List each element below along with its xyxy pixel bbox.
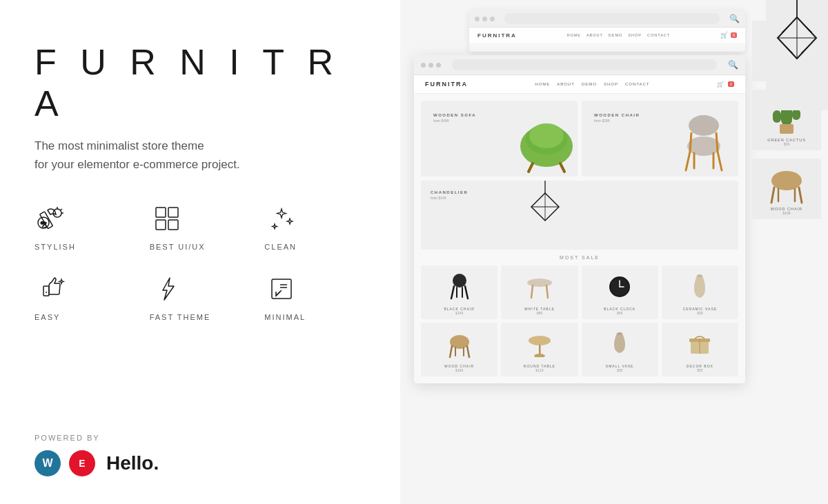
wood-chair-2-img [425, 327, 493, 361]
products-row-1: BLACK CHAIR $149 WHITE TABLE [421, 265, 738, 319]
nav-contact: CONTACT [625, 82, 650, 86]
svg-point-26 [687, 137, 720, 156]
wood-chair-2-price: $199 [425, 368, 493, 372]
svg-point-22 [529, 123, 564, 148]
product-small-vase: SMALL VASE $35 [582, 323, 658, 376]
svg-line-4 [60, 209, 62, 210]
svg-line-72 [799, 188, 802, 203]
top-nav-contact: CONTACT [647, 33, 670, 37]
top-browser-nav: FURNITRA HOME ABOUT DEMO SHOP CONTACT 🛒 … [469, 28, 745, 43]
svg-line-31 [690, 132, 691, 152]
nav-shop: SHOP [604, 82, 618, 86]
featured-product-chandelier: CHANDELIER from $149 [421, 181, 738, 250]
product-black-chair: BLACK CHAIR $149 [421, 265, 497, 319]
side-cactus-price: $29 [756, 142, 817, 146]
inner-nav-links: HOME ABOUT DEMO SHOP CONTACT [535, 82, 649, 86]
top-address-bar [504, 13, 720, 24]
browser-dots [421, 63, 441, 68]
product-ceramic-vase: CERAMIC VASE $39 [662, 265, 738, 319]
feature-stylish: ✏ STYLISH [34, 201, 136, 251]
feature-uiux: BEST UI/UX [150, 201, 251, 251]
svg-rect-9 [168, 208, 178, 217]
minimal-icon [264, 272, 299, 306]
featured-product-sofa: WOODEN SOFA from $499 [421, 101, 578, 177]
decor-box-img [666, 327, 734, 361]
svg-line-42 [531, 285, 533, 298]
black-chair-price: $149 [425, 311, 493, 315]
green-chair-img [512, 108, 578, 177]
svg-line-37 [451, 286, 454, 299]
browser-dot-3 [490, 17, 495, 21]
side-chair-price: $199 [756, 211, 817, 215]
black-clock-price: $49 [586, 311, 654, 315]
browser-dot-3 [436, 63, 441, 68]
svg-rect-14 [43, 286, 49, 296]
black-chair-img [425, 270, 493, 304]
search-icon: 🔍 [728, 60, 738, 70]
inner-brand: FURNITRA [425, 81, 468, 88]
top-brand: FURNITRA [477, 32, 517, 39]
small-vase-img [586, 327, 654, 361]
svg-rect-10 [156, 220, 166, 230]
top-search-icon: 🔍 [729, 14, 740, 23]
top-nav-icons: 🛒 0 [720, 32, 737, 39]
svg-point-56 [534, 354, 545, 357]
top-nav-shop: SHOP [628, 33, 642, 37]
most-sale-section: MOST SALE BLACK [421, 255, 738, 376]
side-chair-img [756, 163, 817, 204]
svg-line-50 [450, 346, 452, 357]
browser-dots [475, 17, 495, 21]
svg-line-28 [718, 152, 722, 170]
feature-easy-label: EASY [34, 313, 60, 321]
product-round-table: ROUND TABLE $119 [501, 323, 578, 376]
feature-clean-label: CLEAN [264, 243, 297, 251]
user-badge: 0 [728, 81, 734, 87]
nav-about: ABOUT [557, 82, 575, 86]
featured-products: WOODEN SOFA from $499 [421, 101, 738, 177]
svg-rect-69 [780, 124, 793, 134]
inner-nav-icons: 🛒 0 [717, 81, 734, 88]
top-chandelier-partial [766, 0, 828, 110]
side-product-chair: WOOD CHAIR $199 [752, 159, 821, 219]
white-table-img [505, 270, 573, 304]
features-grid: ✏ STYLISH BEST UI/UX [34, 201, 366, 321]
svg-point-57 [617, 332, 622, 335]
svg-point-41 [527, 279, 552, 287]
round-table-price: $119 [505, 368, 573, 372]
svg-line-51 [467, 346, 469, 357]
wood-chair-img [676, 112, 731, 177]
round-table-img [505, 327, 573, 361]
product-decor-box: DECOR BOX $55 [662, 323, 738, 376]
hello-text: Hello. [106, 452, 159, 474]
top-cart-icon: 🛒 [720, 32, 728, 39]
svg-line-43 [546, 285, 548, 298]
top-nav-demo: DEMO [609, 33, 623, 37]
top-nav-about: ABOUT [586, 33, 603, 37]
feature-easy: EASY [34, 272, 136, 321]
left-panel: F U R N I T R A FURNITRA The most minima… [0, 0, 400, 504]
feature-clean: CLEAN [264, 201, 366, 251]
stylish-icon: ✏ [34, 201, 69, 236]
main-browser-mockup: 🔍 FURNITRA HOME ABOUT DEMO SHOP CONTACT … [414, 55, 745, 383]
easy-icon [34, 272, 69, 306]
svg-text:✏: ✏ [41, 219, 47, 227]
browser-dot-1 [421, 63, 426, 68]
small-vase-price: $35 [586, 368, 654, 372]
clean-icon [264, 201, 299, 236]
top-browser-mockup: 🔍 FURNITRA HOME ABOUT DEMO SHOP CONTACT … [469, 10, 745, 52]
feature-minimal: MINIMAL [264, 272, 366, 321]
powered-by-label: POWERED BY [34, 434, 366, 442]
nav-home: HOME [535, 82, 550, 86]
top-nav-home: HOME [566, 33, 581, 37]
svg-point-49 [450, 335, 469, 349]
top-browser-toolbar: 🔍 [469, 10, 745, 28]
inner-nav: FURNITRA HOME ABOUT DEMO SHOP CONTACT 🛒 … [414, 75, 745, 94]
svg-point-36 [453, 274, 466, 288]
cart-icon: 🛒 [717, 81, 724, 88]
brand-title: F U R N I T R A [34, 41, 366, 124]
brand-subtitle: FURNITRA The most minimalist store theme… [34, 137, 297, 174]
chandelier-img [421, 181, 669, 250]
svg-point-25 [689, 115, 719, 136]
svg-point-54 [529, 336, 551, 345]
powered-by-logos: W E Hello. [34, 450, 366, 476]
